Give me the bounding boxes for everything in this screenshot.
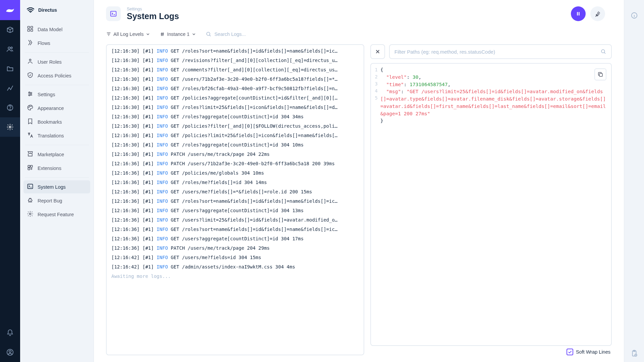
log-line[interactable]: [12:16:36] [#1] INFO GET /roles?sort=nam…	[107, 225, 364, 234]
copy-json-button[interactable]	[594, 68, 606, 80]
rail-docs[interactable]	[0, 98, 20, 117]
sidebar-item-label: Data Model	[38, 27, 62, 32]
help-icon	[6, 104, 14, 111]
page-title: System Logs	[127, 11, 179, 21]
sidebar-item-translations[interactable]: Translations	[23, 129, 90, 142]
log-line[interactable]: [12:16:30] [#1] INFO GET /comments?filte…	[107, 65, 364, 74]
rail-files[interactable]	[0, 59, 20, 78]
log-line[interactable]: [12:16:30] [#1] INFO GET /users/71b2af3e…	[107, 74, 364, 84]
copy-icon	[597, 71, 603, 77]
instance-label: Instance 1	[167, 32, 190, 37]
sidebar-item-data-model[interactable]: Data Model	[23, 23, 90, 36]
filter-paths-input[interactable]	[394, 49, 600, 55]
pause-button[interactable]	[571, 6, 586, 21]
search-logs[interactable]	[206, 31, 275, 37]
json-viewer[interactable]: 1 2 3 4 5 { "level": 30, "time": 1731064…	[370, 63, 612, 346]
svg-point-17	[30, 106, 30, 107]
log-line[interactable]: [12:16:30] [#1] INFO GET /policies?aggre…	[107, 93, 364, 103]
sidebar-item-settings[interactable]: Settings	[23, 88, 90, 101]
marketplace-icon	[27, 150, 34, 158]
folder-icon	[6, 65, 14, 72]
rail-settings[interactable]	[0, 117, 20, 137]
svg-point-13	[29, 92, 30, 93]
system-logs-icon	[27, 183, 34, 191]
filter-paths-wrap[interactable]	[389, 44, 612, 59]
json-gutter: 1 2 3 4 5	[371, 64, 379, 345]
svg-rect-8	[28, 26, 30, 28]
report-bug-icon	[27, 197, 34, 204]
log-line[interactable]: [12:16:30] [#1] INFO GET /policies?limit…	[107, 131, 364, 140]
soft-wrap-toggle[interactable]: Soft Wrap Lines	[370, 346, 612, 355]
log-line[interactable]: [12:16:42] [#1] INFO GET /users/me?field…	[107, 253, 364, 262]
log-line[interactable]: [12:16:30] [#1] INFO GET /revisions?filt…	[107, 56, 364, 65]
log-line[interactable]: [12:16:30] [#1] INFO GET /policies?filte…	[107, 121, 364, 131]
sidebar-item-report-bug[interactable]: Report Bug	[23, 194, 90, 207]
sidebar-item-appearance[interactable]: Appearance	[23, 102, 90, 115]
rail-notifications[interactable]	[0, 323, 20, 343]
svg-point-24	[30, 213, 31, 215]
svg-point-4	[9, 126, 11, 128]
search-input[interactable]	[214, 32, 275, 37]
log-line[interactable]: [12:16:30] [#1] INFO GET /roles?aggregat…	[107, 140, 364, 149]
sidebar-item-label: Request Feature	[38, 212, 74, 217]
log-line[interactable]: [12:16:30] [#1] INFO GET /roles?aggregat…	[107, 112, 364, 121]
detail-panel: 1 2 3 4 5 { "level": 30, "time": 1731064…	[370, 44, 612, 355]
svg-point-1	[11, 47, 12, 49]
rail-insights[interactable]	[0, 78, 20, 98]
right-rail-info[interactable]	[624, 7, 644, 24]
sidebar-divider	[25, 145, 89, 145]
log-line[interactable]: [12:16:36] [#1] INFO PATCH /users/71b2af…	[107, 159, 364, 168]
log-line[interactable]: [12:16:36] [#1] INFO GET /policies/me/gl…	[107, 168, 364, 178]
main: Settings System Logs All Log Levels Inst…	[94, 0, 624, 362]
right-rail	[624, 0, 644, 362]
wifi-icon	[27, 7, 34, 13]
instance-filter[interactable]: Instance 1	[160, 32, 196, 37]
sidebar-item-system-logs[interactable]: System Logs	[23, 180, 90, 193]
svg-point-18	[31, 106, 32, 107]
log-level-filter[interactable]: All Log Levels	[106, 32, 150, 37]
right-rail-clipboard[interactable]	[624, 345, 644, 362]
search-icon	[600, 49, 606, 55]
sidebar-item-request-feature[interactable]: Request Feature	[23, 208, 90, 221]
rail-users[interactable]	[0, 40, 20, 59]
svg-rect-19	[28, 165, 30, 167]
extensions-icon	[27, 164, 34, 172]
close-detail-button[interactable]	[370, 44, 385, 59]
sidebar-item-user-roles[interactable]: User Roles	[23, 55, 90, 68]
sidebar-item-extensions[interactable]: Extensions	[23, 162, 90, 175]
logo[interactable]	[0, 0, 20, 20]
sidebar-item-flows[interactable]: Flows	[23, 37, 90, 50]
sidebar-item-label: Appearance	[38, 106, 64, 111]
log-line[interactable]: [12:16:36] [#1] INFO GET /users?limit=25…	[107, 215, 364, 225]
sidebar-item-bookmarks[interactable]: Bookmarks	[23, 115, 90, 128]
sidebar-item-marketplace[interactable]: Marketplace	[23, 148, 90, 161]
log-line[interactable]: [12:16:36] [#1] INFO GET /roles/me?field…	[107, 178, 364, 187]
log-line[interactable]: [12:16:30] [#1] INFO GET /roles?sort=nam…	[107, 46, 364, 56]
box-icon	[6, 26, 14, 34]
log-line[interactable]: [12:16:30] [#1] INFO GET /roles/bf26cfab…	[107, 84, 364, 93]
sidebar-item-label: Translations	[38, 133, 64, 138]
content: [12:16:30] [#1] INFO GET /roles?sort=nam…	[94, 41, 624, 362]
toolbar: All Log Levels Instance 1	[94, 27, 624, 41]
sidebar-header: Directus	[20, 0, 94, 20]
log-line[interactable]: [12:16:30] [#1] INFO PATCH /users/me/tra…	[107, 149, 364, 159]
log-line[interactable]: [12:16:36] [#1] INFO GET /roles?sort=nam…	[107, 196, 364, 206]
log-line[interactable]: [12:16:36] [#1] INFO GET /users?aggregat…	[107, 206, 364, 215]
log-line[interactable]: [12:16:36] [#1] INFO PATCH /users/me/tra…	[107, 243, 364, 253]
svg-point-0	[8, 47, 10, 49]
log-panel[interactable]: [12:16:30] [#1] INFO GET /roles?sort=nam…	[106, 44, 364, 355]
log-line[interactable]: [12:16:36] [#1] INFO GET /users/me?field…	[107, 187, 364, 196]
sidebar-item-access-policies[interactable]: Access Policies	[23, 69, 90, 82]
clear-button[interactable]	[590, 6, 605, 21]
svg-point-28	[207, 32, 210, 36]
log-line[interactable]: [12:16:36] [#1] INFO GET /users?aggregat…	[107, 234, 364, 243]
log-line[interactable]: [12:16:30] [#1] INFO GET /roles?limit=25…	[107, 103, 364, 112]
rail-collections[interactable]	[0, 20, 20, 40]
rail-avatar[interactable]	[0, 343, 20, 362]
sidebar-item-label: Extensions	[38, 166, 61, 171]
checkbox-checked[interactable]	[567, 349, 573, 355]
hash-icon	[160, 32, 165, 37]
svg-rect-30	[599, 73, 602, 76]
check-icon	[568, 350, 572, 354]
log-line[interactable]: [12:16:42] [#1] INFO GET /admin/assets/i…	[107, 262, 364, 272]
